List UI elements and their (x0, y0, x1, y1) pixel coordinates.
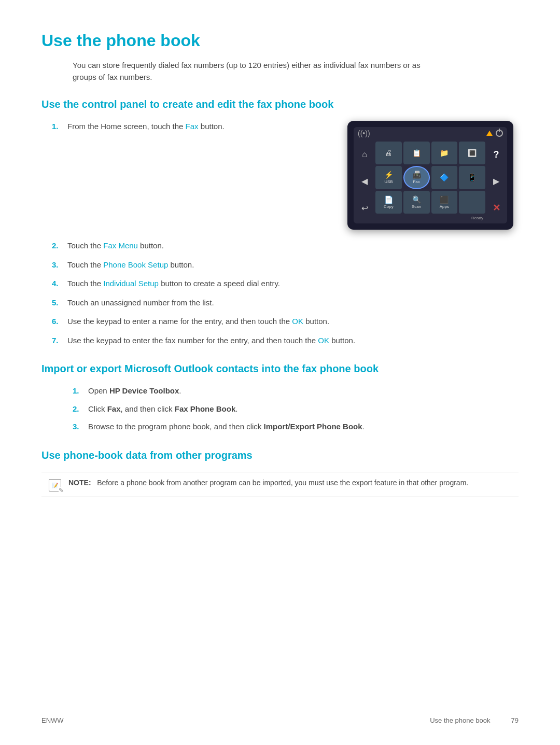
usb-icon: ⚡ (384, 171, 393, 179)
step-3: 3. Touch the Phone Book Setup button. (52, 259, 519, 271)
step-2-text: Touch the Fax Menu button. (67, 240, 519, 252)
fax-label: Fax (413, 179, 419, 184)
step-7-text: Use the keypad to enter the fax number f… (67, 335, 519, 347)
step-3-num: 3. (52, 259, 62, 271)
ok-link-1: OK (292, 317, 303, 326)
step-6: 6. Use the keypad to enter a name for th… (52, 316, 519, 328)
help-icon[interactable]: ? (494, 149, 499, 160)
app-6-icon: 📱 (468, 173, 477, 181)
copy-icon: 📄 (384, 195, 393, 204)
step-6-text: Use the keypad to enter a name for the e… (67, 316, 519, 328)
usb-button[interactable]: ⚡ USB (375, 166, 402, 189)
app-grid: 🖨 📋 📁 🔳 (375, 142, 485, 214)
step-2: 2. Touch the Fax Menu button. (52, 240, 519, 252)
note-content: NOTE: Before a phone book from another p… (68, 477, 468, 488)
step-5-text: Touch an unassigned number from the list… (67, 297, 519, 309)
individual-setup-link: Individual Setup (103, 279, 159, 288)
screen-inner: ((•)) ⌂ ◀ ↩ (354, 127, 507, 223)
import-step-1: 1. Open HP Device Toolbox. (73, 385, 519, 397)
fax-menu-link: Fax Menu (103, 241, 138, 250)
app-icon-1[interactable]: 🖨 (375, 142, 402, 164)
footer-enww: ENWW (41, 716, 64, 724)
section-import-export: Import or export Microsoft Outlook conta… (41, 363, 519, 433)
import-step-3: 3. Browse to the program phone book, and… (73, 421, 519, 433)
intro-text: You can store frequently dialed fax numb… (73, 60, 436, 83)
steps-list-1: 1. From the Home screen, touch the Fax b… (52, 121, 327, 133)
top-icons-right (486, 130, 503, 137)
section-phone-book-data: Use phone-book data from other programs … (41, 449, 519, 498)
usb-label: USB (384, 179, 393, 184)
app-icon-4[interactable]: 🔳 (459, 142, 485, 164)
app-3-icon: 📁 (440, 149, 449, 157)
step-7-num: 7. (52, 335, 62, 347)
ok-link-2: OK (318, 336, 329, 345)
import-step-2-num: 2. (73, 403, 83, 415)
page-title: Use the phone book (41, 31, 519, 50)
import-step-3-num: 3. (73, 421, 83, 433)
import-export-steps: 1. Open HP Device Toolbox. 2. Click Fax,… (41, 385, 519, 433)
remaining-steps: 2. Touch the Fax Menu button. 3. Touch t… (52, 240, 519, 346)
steps-list-2-7: 2. Touch the Fax Menu button. 3. Touch t… (41, 240, 519, 346)
step-2-num: 2. (52, 240, 62, 252)
step-3-text: Touch the Phone Book Setup button. (67, 259, 519, 271)
footer-label: Use the phone book (430, 716, 490, 724)
power-icon (496, 130, 503, 137)
note-icon: 📝 (49, 478, 63, 492)
warning-icon (486, 131, 493, 136)
scan-label: Scan (412, 204, 421, 209)
cancel-icon[interactable]: ✕ (493, 202, 500, 214)
fax-link-1: Fax (186, 122, 199, 131)
screen-left-nav: ⌂ ◀ ↩ (357, 142, 372, 221)
ready-label: Ready (375, 216, 485, 221)
fax-button[interactable]: 📠 Fax (403, 166, 430, 189)
apps-label: Apps (440, 204, 449, 209)
return-icon[interactable]: ↩ (361, 203, 368, 213)
note-text: Before a phone book from another program… (97, 479, 468, 487)
home-icon[interactable]: ⌂ (362, 150, 367, 159)
back-icon[interactable]: ◀ (361, 176, 368, 186)
section2-title: Import or export Microsoft Outlook conta… (41, 363, 519, 375)
import-step-3-text: Browse to the program phone book, and th… (88, 421, 519, 433)
step-4-text: Touch the Individual Setup button to cre… (67, 278, 519, 290)
screen-main: ⌂ ◀ ↩ 🖨 📋 (354, 139, 507, 223)
footer-right: Use the phone book 79 (430, 716, 519, 724)
step-5-num: 5. (52, 297, 62, 309)
step-7: 7. Use the keypad to enter the fax numbe… (52, 335, 519, 347)
apps-icon: ⬛ (440, 195, 449, 204)
app-2-icon: 📋 (412, 149, 421, 157)
app-icon-5[interactable]: 🔷 (431, 166, 458, 189)
note-box: 📝 NOTE: Before a phone book from another… (41, 472, 519, 498)
fax-icon: 📠 (412, 171, 421, 179)
right-arrow-icon[interactable]: ▶ (493, 176, 499, 186)
phone-book-setup-link: Phone Book Setup (103, 260, 168, 269)
copy-button[interactable]: 📄 Copy (375, 191, 402, 214)
screen-center: 🖨 📋 📁 🔳 (375, 142, 485, 221)
printer-screen-container: ((•)) ⌂ ◀ ↩ (342, 121, 519, 230)
note-icon-inner: 📝 (49, 479, 61, 491)
app-5-icon: 🔷 (440, 173, 449, 181)
import-step-2: 2. Click Fax, and then click Fax Phone B… (73, 403, 519, 415)
printer-device: ((•)) ⌂ ◀ ↩ (347, 121, 513, 230)
app-icon-2[interactable]: 📋 (403, 142, 430, 164)
app-icon-6[interactable]: 📱 (459, 166, 485, 189)
import-step-1-text: Open HP Device Toolbox. (88, 385, 519, 397)
steps-col-1: 1. From the Home screen, touch the Fax b… (41, 121, 327, 140)
scan-button[interactable]: 🔍 Scan (403, 191, 430, 214)
app-4-icon: 🔳 (468, 149, 477, 157)
screen-right-nav: ? ▶ ✕ (488, 142, 504, 221)
empty-cell (459, 191, 485, 214)
app-icon-3[interactable]: 📁 (431, 142, 458, 164)
import-step-1-num: 1. (73, 385, 83, 397)
step-5: 5. Touch an unassigned number from the l… (52, 297, 519, 309)
footer-page-number: 79 (511, 716, 519, 724)
screen-topbar: ((•)) (354, 127, 507, 139)
step-4: 4. Touch the Individual Setup button to … (52, 278, 519, 290)
page-footer: ENWW Use the phone book 79 (41, 716, 519, 724)
step-4-num: 4. (52, 278, 62, 290)
section-control-panel: Use the control panel to create and edit… (41, 99, 519, 346)
wifi-icon: ((•)) (358, 129, 370, 137)
section1-title: Use the control panel to create and edit… (41, 99, 519, 110)
scan-icon: 🔍 (412, 195, 421, 204)
step-1-text: From the Home screen, touch the Fax butt… (67, 121, 327, 133)
apps-button[interactable]: ⬛ Apps (431, 191, 458, 214)
